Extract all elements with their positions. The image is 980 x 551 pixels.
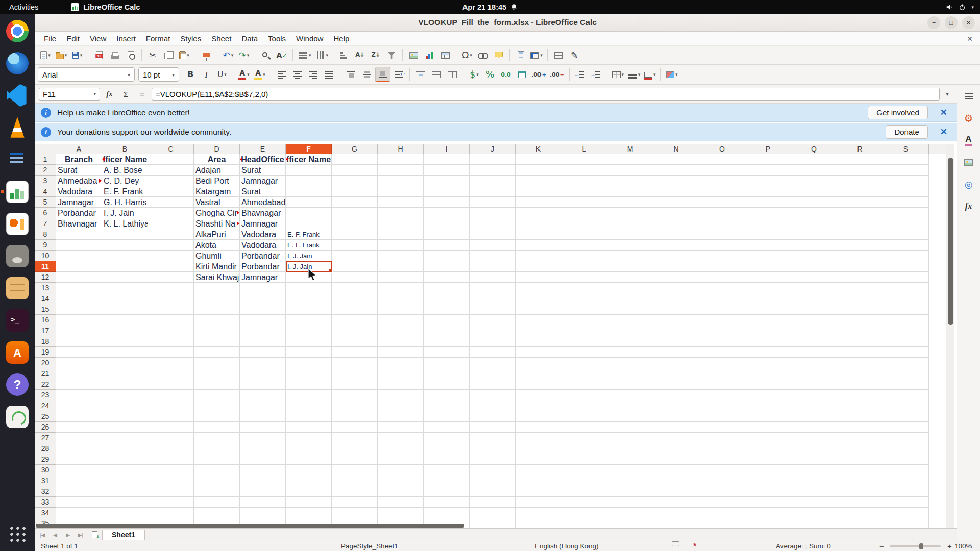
menu-edit[interactable]: Edit: [61, 33, 85, 44]
cell-C21[interactable]: [148, 368, 194, 379]
cell-D21[interactable]: [194, 368, 240, 379]
cell-O3[interactable]: [699, 176, 745, 186]
cell-K31[interactable]: [516, 475, 561, 486]
cell-R25[interactable]: [837, 411, 883, 422]
cell-M3[interactable]: [607, 176, 653, 186]
cell-N29[interactable]: [653, 454, 699, 465]
cell-K27[interactable]: [516, 433, 561, 443]
next-sheet-button[interactable]: ▶: [62, 532, 74, 538]
cell-A10[interactable]: [56, 251, 102, 261]
cell-K26[interactable]: [516, 422, 561, 433]
cell-J21[interactable]: [470, 368, 516, 379]
cell-Q4[interactable]: [791, 186, 837, 197]
cell-E24[interactable]: [240, 400, 286, 411]
cell-S14[interactable]: [883, 293, 929, 304]
cell-L5[interactable]: [561, 197, 607, 208]
cell-J2[interactable]: [470, 165, 516, 176]
redo-dropdown-arrow[interactable]: ▾: [247, 53, 250, 58]
cell-J33[interactable]: [470, 497, 516, 508]
cell-P3[interactable]: [745, 176, 791, 186]
cell-O9[interactable]: [699, 240, 745, 251]
cell-Q29[interactable]: [791, 454, 837, 465]
cell-H31[interactable]: [378, 475, 424, 486]
cell-Q7[interactable]: [791, 218, 837, 229]
cell-C32[interactable]: [148, 486, 194, 497]
cell-N14[interactable]: [653, 293, 699, 304]
cell-G23[interactable]: [332, 390, 378, 400]
cell-L1[interactable]: [561, 154, 607, 165]
cell-P25[interactable]: [745, 411, 791, 422]
undo-button[interactable]: ↶▾: [220, 47, 236, 63]
cell-D8[interactable]: AlkaPuri: [194, 229, 240, 240]
center-vertically-button[interactable]: [359, 67, 375, 82]
cell-G20[interactable]: [332, 358, 378, 368]
cell-N11[interactable]: [653, 261, 699, 272]
row-header-33[interactable]: 33: [35, 497, 56, 508]
cell-K32[interactable]: [516, 486, 561, 497]
cell-O6[interactable]: [699, 208, 745, 218]
borders-button[interactable]: ▾: [610, 67, 626, 82]
cell-F7[interactable]: [286, 218, 332, 229]
document-modified-icon[interactable]: *: [693, 541, 696, 551]
cell-R21[interactable]: [837, 368, 883, 379]
cell-B14[interactable]: [102, 293, 148, 304]
cell-G29[interactable]: [332, 454, 378, 465]
cell-P26[interactable]: [745, 422, 791, 433]
column-header-A[interactable]: A: [56, 144, 102, 154]
cell-K5[interactable]: [516, 197, 561, 208]
format-as-date-button[interactable]: [514, 67, 529, 82]
cell-P20[interactable]: [745, 358, 791, 368]
cell-J28[interactable]: [470, 443, 516, 454]
cell-O13[interactable]: [699, 283, 745, 293]
column-header-N[interactable]: N: [653, 144, 699, 154]
cell-K33[interactable]: [516, 497, 561, 508]
row-header-23[interactable]: 23: [35, 390, 56, 400]
cell-Q28[interactable]: [791, 443, 837, 454]
cell-M26[interactable]: [607, 422, 653, 433]
cell-E7[interactable]: Jamnagar: [240, 218, 286, 229]
cell-D28[interactable]: [194, 443, 240, 454]
cell-M2[interactable]: [607, 165, 653, 176]
cell-A24[interactable]: [56, 400, 102, 411]
zoom-out-button[interactable]: −: [879, 541, 884, 551]
cell-A16[interactable]: [56, 315, 102, 325]
cell-F19[interactable]: [286, 347, 332, 358]
cell-P10[interactable]: [745, 251, 791, 261]
cell-I19[interactable]: [424, 347, 470, 358]
selection-mode-icon[interactable]: [672, 541, 679, 546]
cell-R28[interactable]: [837, 443, 883, 454]
cell-C18[interactable]: [148, 336, 194, 347]
cell-L7[interactable]: [561, 218, 607, 229]
cell-L6[interactable]: [561, 208, 607, 218]
row-header-22[interactable]: 22: [35, 379, 56, 390]
row-header-15[interactable]: 15: [35, 304, 56, 315]
cell-D30[interactable]: [194, 465, 240, 475]
cell-C2[interactable]: [148, 165, 194, 176]
cell-D29[interactable]: [194, 454, 240, 465]
cell-E25[interactable]: [240, 411, 286, 422]
column-header-C[interactable]: C: [148, 144, 194, 154]
cell-N13[interactable]: [653, 283, 699, 293]
font-color-button[interactable]: A▾: [236, 67, 252, 82]
vertical-scrollbar-thumb[interactable]: [948, 158, 953, 325]
cell-E30[interactable]: [240, 465, 286, 475]
cell-K15[interactable]: [516, 304, 561, 315]
cell-S29[interactable]: [883, 454, 929, 465]
cell-F24[interactable]: [286, 400, 332, 411]
cell-S22[interactable]: [883, 379, 929, 390]
cell-J20[interactable]: [470, 358, 516, 368]
cell-S8[interactable]: [883, 229, 929, 240]
cell-G31[interactable]: [332, 475, 378, 486]
cell-Q5[interactable]: [791, 197, 837, 208]
column-header-H[interactable]: H: [378, 144, 424, 154]
dock-item-chrome[interactable]: [5, 19, 30, 43]
cell-K14[interactable]: [516, 293, 561, 304]
cell-S27[interactable]: [883, 433, 929, 443]
cell-D5[interactable]: Vastral: [194, 197, 240, 208]
cell-I12[interactable]: [424, 272, 470, 283]
cell-I21[interactable]: [424, 368, 470, 379]
cell-M1[interactable]: [607, 154, 653, 165]
minimize-button[interactable]: −: [927, 16, 940, 29]
cell-K2[interactable]: [516, 165, 561, 176]
column-header-J[interactable]: J: [470, 144, 516, 154]
